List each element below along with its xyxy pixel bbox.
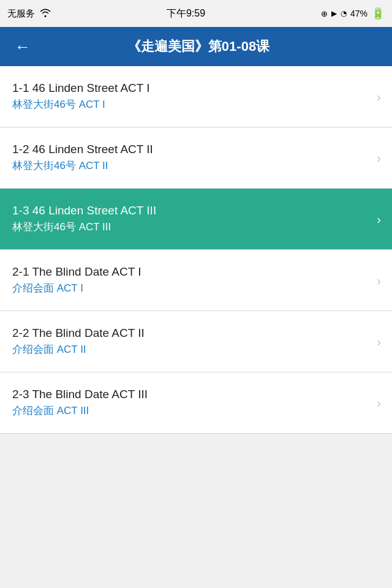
item-subtitle-2-2: 介绍会面 ACT II [12, 342, 363, 356]
item-title-1-3: 1-3 46 Linden Street ACT III [12, 204, 363, 217]
chevron-icon-2-2: › [377, 334, 381, 349]
item-subtitle-2-3: 介绍会面 ACT III [12, 404, 363, 418]
play-icon: ▶ [331, 9, 337, 18]
wifi-icon [40, 9, 51, 19]
item-subtitle-1-2: 林登大街46号 ACT II [12, 159, 363, 173]
nav-bar: ← 《走遍美国》第01-08课 [0, 27, 392, 66]
item-subtitle-1-1: 林登大街46号 ACT I [12, 97, 363, 111]
item-subtitle-1-3: 林登大街46号 ACT III [12, 220, 363, 234]
list-container: 1-1 46 Linden Street ACT I林登大街46号 ACT I›… [0, 66, 392, 434]
item-title-1-2: 1-2 46 Linden Street ACT II [12, 143, 363, 156]
chevron-icon-1-2: › [377, 151, 381, 165]
list-item-1-3[interactable]: 1-3 46 Linden Street ACT III林登大街46号 ACT … [0, 189, 392, 250]
nav-title: 《走遍美国》第01-08课 [40, 37, 356, 56]
status-time: 下午9:59 [167, 7, 205, 20]
list-item-2-2[interactable]: 2-2 The Blind Date ACT II介绍会面 ACT II› [0, 311, 392, 372]
list-item-2-3[interactable]: 2-3 The Blind Date ACT III介绍会面 ACT III› [0, 372, 392, 434]
item-title-2-2: 2-2 The Blind Date ACT II [12, 326, 363, 340]
chevron-icon-1-3: › [377, 212, 381, 226]
clock-icon: ◔ [341, 9, 347, 18]
chevron-icon-2-3: › [377, 396, 381, 410]
status-right: ⊕ ▶ ◔ 47% 🔋 [321, 8, 385, 19]
lock-icon: ⊕ [321, 9, 328, 18]
list-item-1-2[interactable]: 1-2 46 Linden Street ACT II林登大街46号 ACT I… [0, 127, 392, 189]
back-button[interactable]: ← [10, 32, 36, 61]
item-title-1-1: 1-1 46 Linden Street ACT I [12, 81, 363, 95]
signal-text: 无服务 [7, 8, 35, 20]
battery-icon: 🔋 [371, 8, 385, 19]
item-title-2-3: 2-3 The Blind Date ACT III [12, 388, 363, 401]
chevron-icon-1-1: › [377, 89, 381, 104]
battery-text: 47% [350, 9, 368, 18]
status-bar: 无服务 下午9:59 ⊕ ▶ ◔ 47% 🔋 [0, 0, 392, 27]
list-item-1-1[interactable]: 1-1 46 Linden Street ACT I林登大街46号 ACT I› [0, 66, 392, 127]
status-left: 无服务 [7, 8, 51, 20]
item-subtitle-2-1: 介绍会面 ACT I [12, 281, 363, 295]
chevron-icon-2-1: › [377, 273, 381, 287]
item-title-2-1: 2-1 The Blind Date ACT I [12, 265, 363, 279]
list-item-2-1[interactable]: 2-1 The Blind Date ACT I介绍会面 ACT I› [0, 250, 392, 311]
